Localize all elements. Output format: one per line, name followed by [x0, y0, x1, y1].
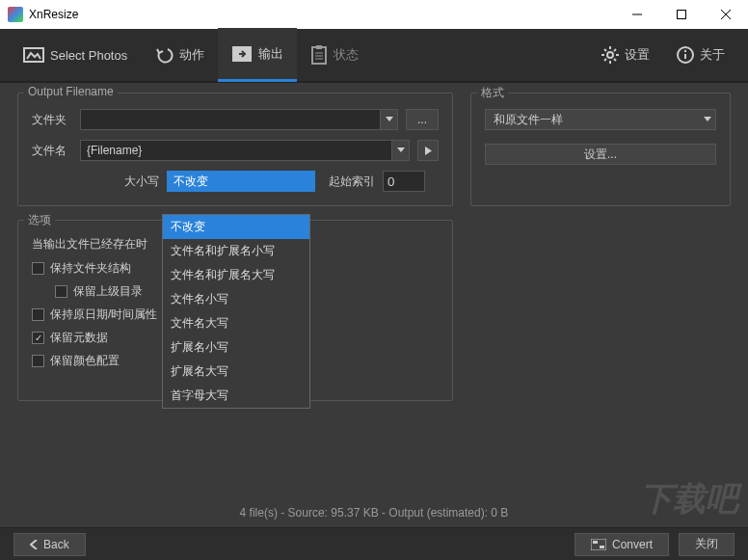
chevron-down-icon [704, 117, 711, 122]
folder-label: 文件夹 [32, 112, 72, 128]
about-button[interactable]: 关于 [663, 28, 738, 82]
format-legend: 格式 [477, 85, 508, 101]
titlebar: XnResize [0, 0, 748, 29]
svg-line-18 [604, 59, 606, 61]
chevron-down-icon [391, 141, 409, 160]
format-value: 和原文件一样 [494, 112, 563, 128]
keep-date-label: 保持原日期/时间属性 [50, 307, 157, 323]
info-icon [677, 46, 694, 64]
gear-icon [601, 46, 619, 64]
undo-icon [154, 45, 174, 65]
photos-icon [23, 45, 44, 65]
filename-value: {Filename} [87, 144, 142, 157]
about-label: 关于 [700, 46, 725, 64]
convert-label: Convert [612, 538, 653, 551]
tab-output-label: 输出 [258, 45, 283, 63]
case-combo[interactable]: 不改变 [167, 171, 315, 192]
svg-line-16 [604, 49, 606, 51]
svg-line-19 [614, 49, 616, 51]
keep-folder-checkbox[interactable] [32, 262, 44, 275]
svg-point-21 [684, 50, 686, 52]
keep-color-label: 保留颜色配置 [50, 353, 120, 369]
keep-color-checkbox[interactable] [32, 355, 44, 367]
filename-apply-button[interactable] [417, 140, 439, 161]
svg-rect-24 [593, 541, 598, 544]
options-legend: 选项 [24, 212, 55, 228]
settings-button[interactable]: 设置 [588, 28, 663, 82]
svg-rect-23 [591, 539, 606, 550]
tab-status[interactable]: 状态 [297, 28, 372, 82]
case-option[interactable]: 首字母大写 [163, 384, 309, 408]
svg-point-11 [607, 52, 613, 58]
keep-meta-checkbox[interactable]: ✓ [32, 332, 44, 344]
close-button[interactable] [704, 0, 748, 29]
back-label: Back [43, 538, 69, 551]
format-fieldset: 格式 和原文件一样 设置... [470, 93, 731, 206]
keep-meta-label: 保留元数据 [50, 330, 108, 346]
folder-combo[interactable] [80, 109, 398, 130]
format-combo[interactable]: 和原文件一样 [485, 109, 716, 130]
status-line: 4 file(s) - Source: 95.37 KB - Output (e… [0, 502, 748, 523]
case-option[interactable]: 文件名小写 [163, 287, 309, 311]
case-option[interactable]: 文件名大写 [163, 311, 309, 335]
minimize-button[interactable] [615, 0, 659, 29]
maximize-button[interactable] [659, 0, 704, 29]
tab-select-photos-label: Select Photos [50, 48, 127, 63]
case-option[interactable]: 文件名和扩展名大写 [163, 263, 309, 287]
convert-button[interactable]: Convert [574, 533, 669, 556]
case-selected: 不改变 [174, 173, 208, 190]
output-filename-legend: Output Filename [24, 85, 118, 98]
export-icon [231, 45, 253, 63]
settings-label: 设置 [625, 46, 650, 64]
case-option[interactable]: 不改变 [163, 215, 309, 239]
case-option[interactable]: 文件名和扩展名小写 [163, 239, 309, 263]
keep-parent-label: 保留上级目录 [73, 283, 143, 300]
filename-label: 文件名 [32, 143, 72, 159]
start-index-label: 起始索引 [323, 173, 375, 190]
app-icon [8, 7, 23, 22]
tab-select-photos[interactable]: Select Photos [10, 28, 141, 82]
keep-date-checkbox[interactable] [32, 308, 44, 321]
format-settings-button[interactable]: 设置... [485, 144, 716, 165]
close-footer-button[interactable]: 关闭 [679, 533, 735, 556]
case-label: 大小写 [120, 173, 159, 190]
svg-rect-25 [600, 546, 604, 548]
output-filename-fieldset: Output Filename 文件夹 ... 文件名 {Filename} [17, 93, 453, 206]
clipboard-icon [310, 45, 328, 65]
svg-rect-7 [316, 45, 322, 49]
filename-combo[interactable]: {Filename} [80, 140, 410, 161]
keep-parent-checkbox[interactable] [55, 285, 67, 298]
chevron-left-icon [30, 540, 38, 549]
svg-rect-1 [678, 11, 686, 19]
window-title: XnResize [29, 8, 615, 21]
case-option[interactable]: 扩展名小写 [163, 335, 309, 360]
case-option[interactable]: 扩展名大写 [163, 360, 309, 384]
tab-status-label: 状态 [334, 46, 359, 64]
tab-action-label: 动作 [179, 46, 204, 64]
back-button[interactable]: Back [13, 533, 86, 556]
case-dropdown: 不改变 文件名和扩展名小写 文件名和扩展名大写 文件名小写 文件名大写 扩展名小… [162, 214, 310, 409]
main-toolbar: Select Photos 动作 输出 状态 设置 关于 [0, 29, 748, 83]
tab-output[interactable]: 输出 [218, 28, 297, 82]
browse-folder-button[interactable]: ... [406, 109, 439, 130]
keep-folder-label: 保持文件夹结构 [50, 260, 131, 277]
footer: Back Convert 关闭 [0, 527, 748, 560]
chevron-down-icon [380, 110, 397, 129]
tab-action[interactable]: 动作 [141, 28, 218, 82]
start-index-input[interactable] [383, 171, 425, 192]
svg-line-17 [614, 59, 616, 61]
convert-icon [591, 539, 606, 550]
